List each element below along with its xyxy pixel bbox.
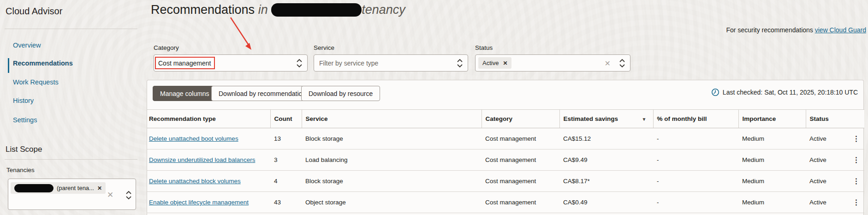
category-filter-label: Category [154,44,179,51]
cell-bill: - [653,171,738,192]
cell-status: Active [806,171,848,192]
cell-importance: Medium [738,171,806,192]
col-monthly-bill: % of monthly bill [653,110,738,128]
cell-count: 3 [270,149,302,171]
cell-savings: CA$15.12 [559,128,653,149]
col-importance: Importance [738,110,806,128]
recommendation-link[interactable]: Enable object lifecycle management [149,199,249,206]
cell-savings: CA$9.49 [559,149,653,171]
cell-category: Cost management [482,149,559,171]
tenancies-label: Tenancies [6,167,35,173]
cell-service: Object storage [302,192,482,213]
row-actions-kebab-icon[interactable]: ⋮ [853,156,860,164]
cell-count: 43 [270,192,302,213]
cell-savings: CA$0.49 [559,192,653,213]
chevron-updown-icon[interactable] [618,59,626,68]
cell-bill: - [653,149,738,171]
cell-category: Cost management [482,171,559,192]
category-filter-value: Cost management [158,60,211,67]
manage-columns-button[interactable]: Manage columns [153,86,217,101]
row-actions-kebab-icon[interactable]: ⋮ [853,135,860,143]
cell-category: Cost management [482,128,559,149]
cell-service: Load balancing [302,149,482,171]
category-filter-select[interactable]: Cost management [154,54,308,72]
cell-category: Cost management [482,192,559,213]
recommendations-table: Recommendation type Count Service Catego… [147,109,864,213]
service-filter-select[interactable]: Filter by service type [314,54,468,72]
col-category: Category [482,110,559,128]
row-actions-kebab-icon[interactable]: ⋮ [853,177,860,185]
sidebar-item-work-requests[interactable]: Work Requests [13,78,59,86]
cell-status: Active [806,192,848,213]
page-title-text: Recommendations [151,3,255,17]
cell-status: Active [806,149,848,171]
sidebar-item-recommendations[interactable]: Recommendations [13,60,73,67]
annotation-arrow [225,13,258,55]
sidebar-item-overview[interactable]: Overview [13,42,41,49]
col-count: Count [270,110,302,128]
cell-importance: Medium [738,192,806,213]
status-chip: Active ✕ [478,57,511,69]
recommendation-link[interactable]: Delete unattached block volumes [149,178,241,185]
clear-tenancies-icon[interactable]: ✕ [107,190,113,200]
tenancy-chip: (parent tena... ✕ [11,182,106,194]
col-service: Service [302,110,482,128]
recommendation-link[interactable]: Downsize underutilized load balancers [149,156,255,163]
status-filter-select[interactable]: Active ✕ ✕ [475,54,630,72]
service-filter-label: Service [314,44,334,51]
redacted-tenancy-name [14,184,54,192]
redacted-tenancy-title [271,3,362,17]
tenancies-select[interactable]: (parent tena... ✕ ✕ [8,179,136,210]
cell-importance: Medium [738,128,806,149]
cell-status: Active [806,128,848,149]
table-row: Delete unattached boot volumes 13 Block … [147,128,864,149]
status-filter-label: Status [475,44,493,51]
sidebar-item-history[interactable]: History [13,97,34,104]
table-row: Downsize underutilized load balancers 3 … [147,149,864,171]
service-filter-placeholder: Filter by service type [319,60,378,67]
col-actions [848,110,864,128]
cell-importance: Medium [738,149,806,171]
last-checked: Last checked: Sat, Oct 11, 2025, 20:18:1… [711,88,858,96]
chevron-updown-icon[interactable] [456,59,464,68]
table-row: Delete unattached block volumes 4 Block … [147,171,864,192]
page-title-suffix: tenancy [362,3,405,17]
col-status: Status [806,110,848,128]
view-cloud-guard-link[interactable]: view Cloud Guard [815,26,866,34]
table-header-row: Recommendation type Count Service Catego… [147,110,864,128]
recommendation-link[interactable]: Delete unattached boot volumes [149,135,238,142]
active-nav-indicator [8,58,9,73]
col-estimated-savings[interactable]: Estimated savings ▼ [559,110,653,128]
sidebar-divider [5,29,137,29]
table-row: Enable object lifecycle management 43 Ob… [147,192,864,213]
sort-descending-icon[interactable]: ▼ [642,117,647,122]
last-checked-text: Last checked: Sat, Oct 11, 2025, 20:18:1… [723,89,858,96]
remove-status-icon[interactable]: ✕ [503,60,507,66]
download-by-recommendation-button[interactable]: Download by recommendation [211,86,313,101]
tenancy-chip-label: (parent tena... [57,185,94,191]
chevron-updown-icon[interactable] [125,191,132,200]
list-scope-heading: List Scope [6,145,42,154]
page-title-in: in [258,3,268,17]
cell-count: 4 [270,171,302,192]
download-by-resource-button[interactable]: Download by resource [301,86,380,101]
sidebar-item-settings[interactable]: Settings [13,116,37,124]
page-title: Recommendations in tenancy [151,3,405,17]
cell-service: Block storage [302,128,482,149]
cell-count: 13 [270,128,302,149]
security-note: For security recommendations view Cloud … [726,26,866,34]
row-actions-kebab-icon[interactable]: ⋮ [853,198,860,206]
app-title: Cloud Advisor [6,6,62,17]
recommendations-card: Manage columns Download by recommendatio… [147,80,864,215]
col-recommendation-type: Recommendation type [147,110,270,128]
security-note-text: For security recommendations [726,26,815,34]
remove-tenancy-icon[interactable]: ✕ [97,185,102,191]
cell-bill: - [653,128,738,149]
clear-status-icon[interactable]: ✕ [605,59,611,68]
cell-savings: CA$8.17* [559,171,653,192]
cell-service: Block storage [302,171,482,192]
chevron-updown-icon[interactable] [296,59,303,68]
status-chip-label: Active [482,60,499,66]
cell-bill: - [653,192,738,213]
list-scope-divider [5,159,137,160]
